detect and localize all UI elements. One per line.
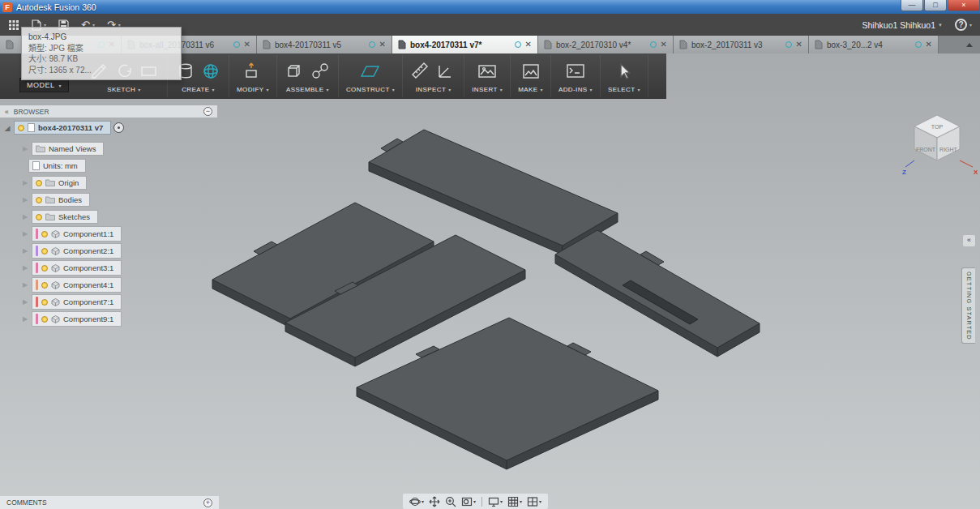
- document-tab[interactable]: box4-20170311 v5 ✕: [257, 36, 392, 53]
- ribbon-group-label[interactable]: CONSTRUCT▾: [346, 86, 395, 93]
- ground-target-icon[interactable]: [113, 122, 124, 133]
- close-button[interactable]: ×: [948, 0, 980, 11]
- tab-close-icon[interactable]: ✕: [525, 41, 532, 49]
- expand-panel-button[interactable]: «: [963, 235, 975, 246]
- angle-measure-icon[interactable]: [435, 61, 456, 82]
- insert-canvas-icon[interactable]: [477, 61, 498, 82]
- browser-item-component[interactable]: ▶ Component9:1: [21, 311, 121, 327]
- expand-triangle-icon[interactable]: ▶: [21, 264, 29, 272]
- zoom-window-button[interactable]: ▾: [459, 496, 478, 507]
- expand-triangle-icon[interactable]: ▶: [21, 230, 29, 237]
- browser-item-component[interactable]: ▶ Component4:1: [21, 277, 121, 293]
- pan-button[interactable]: [426, 496, 443, 507]
- visibility-bulb-icon[interactable]: [41, 282, 48, 289]
- visibility-bulb-icon[interactable]: [18, 125, 24, 131]
- add-comment-icon[interactable]: +: [203, 498, 212, 507]
- document-tab[interactable]: box-2_20170311 v3 ✕: [674, 36, 809, 53]
- component-icon: [51, 297, 60, 306]
- zoom-button[interactable]: [443, 496, 459, 507]
- model-viewport[interactable]: TOP FRONT RIGHT Z X « GETTING STARTED ▾ …: [0, 53, 980, 509]
- expand-triangle-icon[interactable]: ▶: [21, 315, 29, 323]
- tab-label: box4-20170311 v7*: [410, 41, 511, 49]
- expand-triangle-icon[interactable]: ▶: [21, 247, 29, 254]
- folder-icon: [36, 145, 45, 152]
- expand-triangle-icon[interactable]: ▶: [21, 213, 29, 220]
- new-component-icon[interactable]: [285, 61, 306, 82]
- grid-dots-icon: [8, 19, 19, 31]
- ribbon-group-label[interactable]: SKETCH▾: [107, 86, 140, 93]
- visibility-bulb-icon[interactable]: [41, 299, 48, 306]
- expand-triangle-icon[interactable]: ▶: [21, 298, 29, 306]
- zoom-icon: [445, 496, 456, 507]
- select-cursor-icon[interactable]: [614, 61, 635, 82]
- browser-item-named-views[interactable]: ▶ Named Views: [21, 141, 103, 156]
- browser-root-row[interactable]: ◢ box4-20170311 v7: [3, 120, 124, 135]
- browser-item-bodies[interactable]: ▶ Bodies: [21, 192, 89, 207]
- browser-item-units[interactable]: Units: mm: [29, 158, 85, 173]
- joint-icon[interactable]: [310, 61, 331, 82]
- help-menu-button[interactable]: ? ▾: [955, 19, 972, 31]
- view-cube[interactable]: TOP FRONT RIGHT Z X: [901, 110, 979, 180]
- window-titlebar[interactable]: F Autodesk Fusion 360 — □ ×: [0, 0, 980, 14]
- measure-icon[interactable]: [410, 61, 431, 82]
- minimize-button[interactable]: —: [901, 0, 923, 11]
- browser-item-sketches[interactable]: ▶ Sketches: [21, 209, 97, 225]
- ribbon-group-modify: MODIFY▾: [229, 55, 277, 97]
- browser-item-origin[interactable]: ▶ Origin: [21, 175, 86, 190]
- apps-grid-icon[interactable]: [8, 19, 19, 31]
- visibility-bulb-icon[interactable]: [41, 248, 48, 254]
- tab-close-icon[interactable]: ✕: [244, 41, 250, 49]
- browser-collapse-icon[interactable]: −: [203, 107, 212, 116]
- viewport-layout-button[interactable]: ▾: [524, 496, 544, 507]
- tab-document-icon: [815, 40, 823, 49]
- getting-started-tab[interactable]: GETTING STARTED: [961, 267, 975, 344]
- ribbon-group-label[interactable]: SELECT▾: [608, 86, 640, 93]
- ribbon-group-label[interactable]: CREATE▾: [182, 86, 215, 93]
- browser-item-component[interactable]: ▶ Component1:1: [21, 226, 121, 242]
- tab-close-icon[interactable]: ✕: [926, 41, 932, 49]
- comments-bar[interactable]: COMMENTS +: [0, 496, 219, 509]
- make-3d-print-icon[interactable]: [520, 61, 541, 82]
- component-icon: [51, 314, 60, 323]
- visibility-bulb-icon[interactable]: [36, 197, 42, 203]
- visibility-bulb-icon[interactable]: [41, 231, 48, 237]
- document-tab[interactable]: box-3_20...2 v4 ✕: [809, 36, 939, 53]
- construction-plane-icon[interactable]: [360, 61, 381, 82]
- expand-triangle-icon[interactable]: ▶: [21, 145, 29, 152]
- model-3d-view[interactable]: [0, 53, 980, 509]
- browser-item-component[interactable]: ▶ Component7:1: [21, 294, 121, 310]
- visibility-bulb-icon[interactable]: [41, 316, 48, 323]
- ribbon-group-label[interactable]: INSERT▾: [472, 86, 503, 93]
- visibility-bulb-icon[interactable]: [36, 180, 42, 186]
- tab-close-icon[interactable]: ✕: [796, 41, 802, 49]
- visibility-bulb-icon[interactable]: [41, 265, 48, 272]
- tab-close-icon[interactable]: ✕: [661, 41, 667, 49]
- visibility-bulb-icon[interactable]: [36, 214, 42, 220]
- ribbon-group-label[interactable]: ADD-INS▾: [558, 86, 593, 93]
- grid-snaps-button[interactable]: ▾: [505, 496, 524, 507]
- tab-overflow-button[interactable]: [959, 36, 980, 53]
- sphere-grid-icon[interactable]: [200, 61, 221, 82]
- scripts-addins-icon[interactable]: [565, 61, 586, 82]
- display-settings-button[interactable]: ▾: [486, 496, 505, 507]
- plate-part[interactable]: [555, 230, 760, 357]
- tab-close-icon[interactable]: ✕: [379, 41, 386, 49]
- document-tab[interactable]: box-2_20170310 v4* ✕: [538, 36, 674, 53]
- expand-triangle-icon[interactable]: ▶: [21, 196, 29, 203]
- user-account-menu[interactable]: Shihkuo1 Shihkuo1 ▼: [862, 20, 943, 30]
- expand-triangle-icon[interactable]: ▶: [21, 281, 29, 289]
- browser-item-component[interactable]: ▶ Component2:1: [21, 243, 121, 259]
- ribbon-group-label[interactable]: MAKE▾: [518, 86, 543, 93]
- browser-item-component[interactable]: ▶ Component3:1: [21, 260, 121, 276]
- maximize-button[interactable]: □: [924, 0, 947, 11]
- ribbon-group-label[interactable]: ASSEMBLE▾: [286, 86, 329, 93]
- expand-triangle-icon[interactable]: ◢: [3, 124, 11, 132]
- ribbon-group-label[interactable]: MODIFY▾: [237, 86, 269, 93]
- ribbon-group-assemble: ASSEMBLE▾: [277, 55, 339, 97]
- document-tab-active[interactable]: box4-20170311 v7* ✕: [392, 36, 538, 53]
- press-pull-icon[interactable]: [242, 61, 263, 82]
- expand-triangle-icon[interactable]: ▶: [21, 179, 29, 186]
- browser-header[interactable]: « BROWSER −: [0, 105, 217, 118]
- ribbon-group-label[interactable]: INSPECT▾: [416, 86, 451, 93]
- orbit-button[interactable]: ▾: [407, 496, 426, 507]
